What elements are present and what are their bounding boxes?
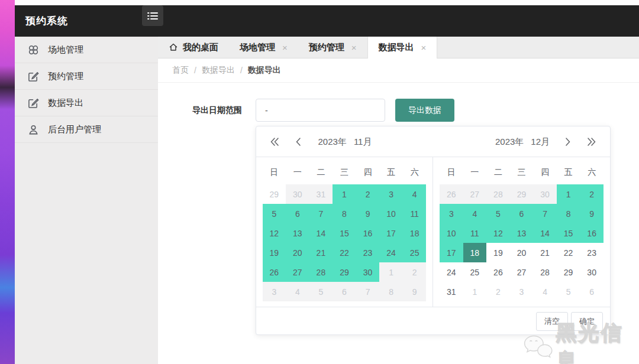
calendar-day[interactable]: 16	[580, 223, 604, 243]
calendar-day[interactable]: 24	[440, 262, 463, 282]
sidebar-item-reservation-management[interactable]: 预约管理	[15, 63, 158, 90]
calendar-day[interactable]: 27	[286, 262, 309, 282]
calendar-day[interactable]: 24	[379, 243, 403, 262]
calendar-day[interactable]: 5	[263, 204, 286, 223]
calendar-day[interactable]: 14	[533, 223, 557, 243]
calendar-day[interactable]: 25	[463, 262, 487, 282]
calendar-day[interactable]: 3	[379, 184, 403, 204]
calendar-day[interactable]: 28	[486, 184, 510, 204]
calendar-day[interactable]: 8	[333, 204, 356, 223]
sidebar-item-venue-management[interactable]: 场地管理	[15, 37, 158, 63]
calendar-day[interactable]: 1	[463, 282, 487, 301]
calendar-day[interactable]: 28	[533, 262, 557, 282]
date-range-input[interactable]: -	[256, 99, 385, 122]
calendar-day[interactable]: 3	[440, 204, 463, 223]
calendar-day[interactable]: 27	[510, 262, 534, 282]
calendar-day[interactable]: 7	[309, 204, 333, 223]
calendar-day[interactable]: 12	[263, 223, 286, 243]
next-month-button[interactable]	[560, 135, 576, 149]
sidebar-item-admin-users[interactable]: 后台用户管理	[15, 116, 158, 143]
calendar-day[interactable]: 5	[486, 204, 510, 223]
calendar-day[interactable]: 7	[533, 204, 557, 223]
calendar-day[interactable]: 17	[440, 243, 463, 262]
tab-close-icon[interactable]: ×	[351, 43, 357, 53]
calendar-day[interactable]: 30	[533, 184, 557, 204]
breadcrumb-data-export[interactable]: 数据导出	[202, 65, 235, 76]
calendar-day[interactable]: 3	[263, 282, 286, 301]
calendar-day[interactable]: 9	[403, 282, 427, 301]
calendar-day[interactable]: 23	[356, 243, 380, 262]
tab-my-desktop[interactable]: 我的桌面	[158, 37, 229, 58]
calendar-day[interactable]: 1	[379, 262, 403, 282]
calendar-day[interactable]: 4	[533, 282, 557, 301]
calendar-day[interactable]: 2	[356, 184, 380, 204]
clear-button[interactable]: 清空	[536, 312, 568, 331]
calendar-day[interactable]: 29	[333, 262, 356, 282]
calendar-day[interactable]: 20	[510, 243, 534, 262]
calendar-day[interactable]: 29	[557, 262, 580, 282]
calendar-day[interactable]: 8	[557, 204, 580, 223]
export-data-button[interactable]: 导出数据	[395, 99, 454, 122]
sidebar-item-data-export[interactable]: 数据导出	[15, 90, 158, 116]
calendar-day[interactable]: 19	[263, 243, 286, 262]
calendar-day[interactable]: 31	[309, 184, 333, 204]
calendar-day[interactable]: 18	[403, 223, 427, 243]
calendar-day[interactable]: 14	[309, 223, 333, 243]
calendar-day[interactable]: 26	[263, 262, 286, 282]
tab-data-export[interactable]: 数据导出 ×	[367, 37, 438, 58]
tab-venue-management[interactable]: 场地管理 ×	[229, 37, 298, 58]
confirm-button[interactable]: 确定	[571, 312, 603, 331]
calendar-day[interactable]: 21	[533, 243, 557, 262]
calendar-day[interactable]: 5	[557, 282, 580, 301]
breadcrumb-home[interactable]: 首页	[172, 65, 189, 76]
calendar-day[interactable]: 10	[379, 204, 403, 223]
calendar-day[interactable]: 9	[356, 204, 380, 223]
sidebar-toggle-button[interactable]	[142, 5, 163, 26]
calendar-day[interactable]: 22	[557, 243, 580, 262]
calendar-day[interactable]: 19	[486, 243, 510, 262]
calendar-day[interactable]: 28	[309, 262, 333, 282]
calendar-day[interactable]: 4	[286, 282, 309, 301]
calendar-day[interactable]: 13	[286, 223, 309, 243]
calendar-day[interactable]: 22	[333, 243, 356, 262]
tab-reservation-management[interactable]: 预约管理 ×	[298, 37, 367, 58]
calendar-day[interactable]: 16	[356, 223, 380, 243]
calendar-day[interactable]: 27	[463, 184, 487, 204]
calendar-day[interactable]: 31	[440, 282, 463, 301]
next-year-button[interactable]	[584, 135, 599, 149]
calendar-day[interactable]: 9	[580, 204, 604, 223]
calendar-day[interactable]: 6	[580, 282, 604, 301]
calendar-day[interactable]: 6	[333, 282, 356, 301]
calendar-day[interactable]: 11	[403, 204, 427, 223]
calendar-day[interactable]: 30	[580, 262, 604, 282]
calendar-day[interactable]: 1	[333, 184, 356, 204]
calendar-day[interactable]: 5	[309, 282, 333, 301]
calendar-day[interactable]: 20	[286, 243, 309, 262]
calendar-day[interactable]: 7	[356, 282, 380, 301]
calendar-day[interactable]: 8	[379, 282, 403, 301]
calendar-day[interactable]: 11	[463, 223, 487, 243]
calendar-day[interactable]: 4	[463, 204, 487, 223]
calendar-day[interactable]: 21	[309, 243, 333, 262]
calendar-day[interactable]: 2	[403, 262, 427, 282]
calendar-day[interactable]: 2	[486, 282, 510, 301]
calendar-day[interactable]: 25	[403, 243, 427, 262]
calendar-day[interactable]: 3	[510, 282, 534, 301]
calendar-day[interactable]: 1	[557, 184, 580, 204]
calendar-day[interactable]: 10	[440, 223, 463, 243]
tab-close-icon[interactable]: ×	[282, 43, 288, 53]
calendar-day[interactable]: 30	[356, 262, 380, 282]
calendar-day[interactable]: 29	[510, 184, 534, 204]
calendar-day[interactable]: 6	[510, 204, 534, 223]
calendar-day[interactable]: 30	[286, 184, 309, 204]
calendar-day[interactable]: 26	[486, 262, 510, 282]
tab-close-icon[interactable]: ×	[421, 43, 427, 53]
calendar-day[interactable]: 13	[510, 223, 534, 243]
calendar-day[interactable]: 2	[580, 184, 604, 204]
calendar-day[interactable]: 15	[557, 223, 580, 243]
calendar-day[interactable]: 17	[379, 223, 403, 243]
calendar-day[interactable]: 23	[580, 243, 604, 262]
calendar-day[interactable]: 15	[333, 223, 356, 243]
calendar-day[interactable]: 6	[286, 204, 309, 223]
calendar-day-selected[interactable]: 18	[463, 243, 487, 262]
